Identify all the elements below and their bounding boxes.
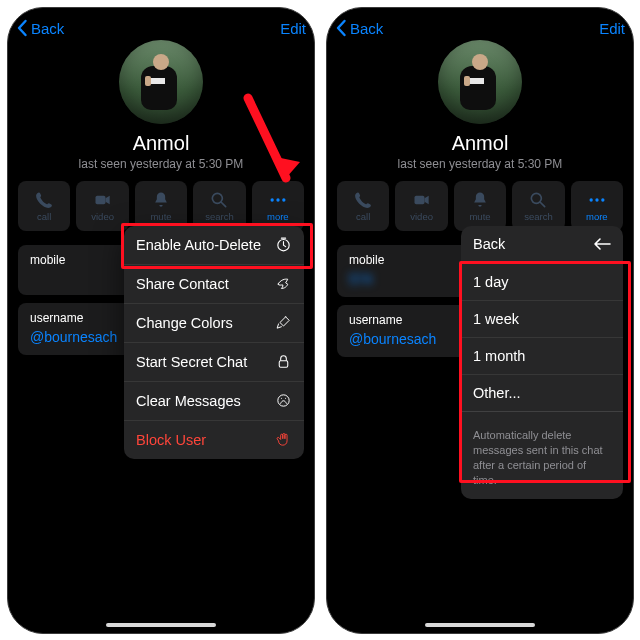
video-label: video — [410, 212, 433, 222]
call-action[interactable]: call — [337, 181, 389, 231]
more-icon — [587, 190, 607, 210]
menu-change-colors[interactable]: Change Colors — [124, 303, 304, 342]
bell-icon — [470, 190, 490, 210]
call-action[interactable]: call — [18, 181, 70, 231]
auto-delete-panel: Back 1 day 1 week 1 month Other... Autom… — [461, 226, 623, 499]
avatar-wrap — [327, 40, 633, 124]
menu-label: Change Colors — [136, 315, 233, 331]
call-label: call — [37, 212, 51, 222]
search-action[interactable]: search — [512, 181, 564, 231]
mute-action[interactable]: mute — [135, 181, 187, 231]
menu-share-contact[interactable]: Share Contact — [124, 264, 304, 303]
panel-description: Automatically delete messages sent in th… — [461, 420, 623, 499]
hand-icon — [275, 431, 292, 448]
menu-label: Clear Messages — [136, 393, 241, 409]
last-seen: last seen yesterday at 5:30 PM — [8, 157, 314, 171]
option-label: 1 month — [473, 348, 525, 364]
chevron-left-icon — [335, 19, 348, 37]
menu-label: Block User — [136, 432, 206, 448]
home-indicator[interactable] — [425, 623, 535, 627]
option-1-week[interactable]: 1 week — [461, 300, 623, 337]
broom-icon — [275, 392, 292, 409]
phone-icon — [34, 190, 54, 210]
option-other[interactable]: Other... — [461, 374, 623, 411]
profile-name: Anmol — [327, 132, 633, 155]
more-menu: Enable Auto-Delete Share Contact Change … — [124, 226, 304, 459]
svg-point-10 — [589, 199, 592, 202]
phone-screenshot-auto-delete-options: Back Edit Anmol last seen yesterday at 5… — [326, 7, 634, 634]
mute-label: mute — [469, 212, 490, 222]
edit-label: Edit — [599, 20, 625, 37]
more-label: more — [586, 212, 608, 222]
menu-label: Enable Auto-Delete — [136, 237, 261, 253]
last-seen: last seen yesterday at 5:30 PM — [327, 157, 633, 171]
search-label: search — [524, 212, 553, 222]
option-label: Other... — [473, 385, 521, 401]
profile-name: Anmol — [8, 132, 314, 155]
lock-icon — [275, 353, 292, 370]
edit-label: Edit — [280, 20, 306, 37]
phone-screenshot-more-menu: Back Edit Anmol last seen yesterday at 5… — [7, 7, 315, 634]
svg-point-3 — [276, 199, 279, 202]
search-icon — [528, 190, 548, 210]
share-icon — [275, 275, 292, 292]
option-1-day[interactable]: 1 day — [461, 264, 623, 300]
back-label: Back — [31, 20, 64, 37]
edit-button[interactable]: Edit — [280, 20, 306, 37]
panel-back[interactable]: Back — [461, 226, 623, 263]
back-button[interactable]: Back — [16, 19, 64, 37]
timer-icon — [275, 236, 292, 253]
svg-rect-0 — [95, 196, 105, 204]
svg-point-11 — [595, 199, 598, 202]
svg-point-4 — [282, 199, 285, 202]
avatar[interactable] — [438, 40, 522, 124]
panel-back-label: Back — [473, 236, 505, 252]
svg-point-1 — [213, 194, 223, 204]
menu-label: Share Contact — [136, 276, 229, 292]
video-icon — [412, 190, 432, 210]
search-label: search — [205, 212, 234, 222]
mute-label: mute — [150, 212, 171, 222]
more-action[interactable]: more — [252, 181, 304, 231]
menu-clear-messages[interactable]: Clear Messages — [124, 381, 304, 420]
menu-block-user[interactable]: Block User — [124, 420, 304, 459]
option-1-month[interactable]: 1 month — [461, 337, 623, 374]
brush-icon — [275, 314, 292, 331]
edit-button[interactable]: Edit — [599, 20, 625, 37]
mute-action[interactable]: mute — [454, 181, 506, 231]
video-icon — [93, 190, 113, 210]
menu-label: Start Secret Chat — [136, 354, 247, 370]
avatar[interactable] — [119, 40, 203, 124]
video-action[interactable]: video — [395, 181, 447, 231]
option-label: 1 week — [473, 311, 519, 327]
more-label: more — [267, 212, 289, 222]
svg-point-12 — [601, 199, 604, 202]
menu-start-secret-chat[interactable]: Start Secret Chat — [124, 342, 304, 381]
video-action[interactable]: video — [76, 181, 128, 231]
search-action[interactable]: search — [193, 181, 245, 231]
chevron-left-icon — [16, 19, 29, 37]
video-label: video — [91, 212, 114, 222]
more-action[interactable]: more — [571, 181, 623, 231]
avatar-wrap — [8, 40, 314, 124]
menu-enable-auto-delete[interactable]: Enable Auto-Delete — [124, 226, 304, 264]
search-icon — [209, 190, 229, 210]
arrow-left-icon — [593, 237, 611, 251]
svg-point-2 — [270, 199, 273, 202]
bell-icon — [151, 190, 171, 210]
back-label: Back — [350, 20, 383, 37]
svg-rect-8 — [414, 196, 424, 204]
svg-rect-6 — [279, 361, 288, 367]
call-label: call — [356, 212, 370, 222]
svg-point-9 — [532, 194, 542, 204]
more-icon — [268, 190, 288, 210]
home-indicator[interactable] — [106, 623, 216, 627]
option-label: 1 day — [473, 274, 508, 290]
back-button[interactable]: Back — [335, 19, 383, 37]
phone-icon — [353, 190, 373, 210]
